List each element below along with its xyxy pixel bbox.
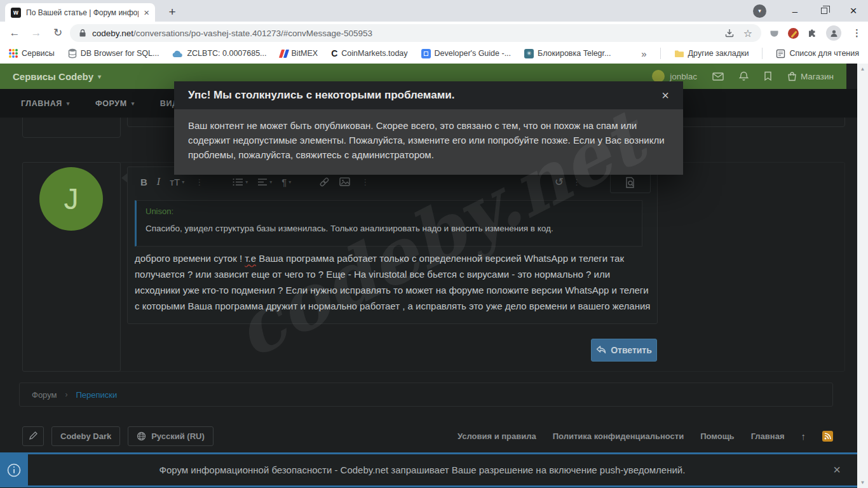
browser-menu-icon[interactable]: ⋮ bbox=[850, 27, 864, 39]
document-preview-icon bbox=[625, 177, 636, 189]
stamp-extension-icon[interactable] bbox=[788, 28, 799, 39]
italic-button[interactable]: I bbox=[157, 176, 160, 187]
forward-button[interactable]: → bbox=[28, 25, 44, 41]
bookmark-icon[interactable] bbox=[764, 71, 772, 81]
bookmark-item[interactable]: ✳ Блокировка Telegr... bbox=[524, 49, 611, 58]
extensions-row: ⋮ bbox=[769, 24, 864, 42]
blue-doc-icon bbox=[421, 49, 431, 58]
user-avatar[interactable]: J bbox=[39, 167, 103, 231]
breadcrumb-forum[interactable]: Форум bbox=[32, 390, 57, 400]
url-bar[interactable]: codeby.net/conversations/po-vashej-state… bbox=[70, 24, 761, 42]
footer-link-home[interactable]: Главная bbox=[751, 431, 785, 441]
chevron-down-icon: ▾ bbox=[98, 73, 101, 80]
error-modal: Упс! Мы столкнулись с некоторыми проблем… bbox=[174, 81, 683, 175]
toolbar-separator-icon: ⋮ bbox=[361, 177, 369, 187]
bookmark-star-icon[interactable]: ☆ bbox=[743, 27, 752, 39]
modal-close-icon[interactable]: × bbox=[661, 88, 669, 103]
envelope-icon[interactable] bbox=[712, 72, 724, 81]
restore-button[interactable] bbox=[810, 0, 839, 22]
new-tab-button[interactable]: + bbox=[164, 4, 180, 20]
close-window-button[interactable]: × bbox=[839, 0, 868, 22]
breadcrumb: Форум › Переписки bbox=[19, 383, 833, 407]
toolbar-separator-icon: ⋮ bbox=[195, 177, 203, 187]
chevron-down-icon: ▾ bbox=[245, 179, 248, 185]
link-icon[interactable] bbox=[319, 177, 330, 187]
reply-button[interactable]: Ответить bbox=[591, 339, 657, 362]
language-button[interactable]: Русский (RU) bbox=[128, 426, 214, 446]
scroll-down-icon[interactable]: ▼ bbox=[860, 480, 865, 485]
push-message: Форум информационной безопасности - Code… bbox=[28, 464, 817, 475]
quote-author[interactable]: Unison: bbox=[146, 207, 633, 216]
nav-item-home[interactable]: ГЛАВНАЯ▾ bbox=[21, 99, 70, 108]
other-bookmarks-button[interactable]: Другие закладки bbox=[674, 49, 749, 58]
list-button[interactable]: ▾ bbox=[233, 178, 248, 186]
nav-item-forum[interactable]: ФОРУМ▾ bbox=[95, 99, 135, 108]
pencil-icon bbox=[29, 431, 37, 440]
cloud-icon bbox=[172, 50, 183, 58]
chevron-down-icon: ▾ bbox=[132, 100, 135, 107]
user-menu[interactable]: jonblac bbox=[652, 70, 697, 83]
push-notification-bar: Форум информационной безопасности - Code… bbox=[0, 452, 857, 487]
modal-title: Упс! Мы столкнулись с некоторыми проблем… bbox=[188, 89, 454, 102]
site-brand-menu[interactable]: Сервисы Codeby▾ bbox=[13, 71, 101, 82]
shield-extension-icon[interactable] bbox=[769, 28, 780, 38]
puzzle-extensions-icon[interactable] bbox=[807, 28, 818, 39]
modal-body-text: Ваш контент не может быть опубликован. С… bbox=[174, 109, 683, 175]
divider bbox=[762, 48, 763, 59]
theme-button[interactable]: Codeby Dark bbox=[51, 426, 120, 446]
chevron-down-icon: ▾ bbox=[67, 100, 70, 107]
divider bbox=[660, 48, 661, 59]
paragraph-format-button[interactable]: ¶▾ bbox=[281, 177, 291, 187]
bookmark-item[interactable]: DB Browser for SQL... bbox=[68, 48, 159, 58]
quote-text: Спасибо, увидел структура базы изменилас… bbox=[146, 224, 633, 233]
window-controls: ▾ – × bbox=[753, 0, 868, 22]
bookmark-item[interactable]: ZCLBTC: 0.0007685... bbox=[172, 49, 266, 58]
page-scrollbar[interactable]: ▲ ▼ bbox=[857, 64, 868, 488]
bookmark-item[interactable]: Developer's Guide -... bbox=[421, 49, 512, 58]
shop-link[interactable]: Магазин bbox=[787, 72, 834, 81]
image-icon[interactable] bbox=[339, 177, 350, 186]
folder-icon bbox=[674, 50, 684, 58]
person-icon bbox=[829, 29, 839, 38]
chevron-right-icon: › bbox=[65, 390, 68, 399]
browser-tab[interactable]: w По Вашей статье | Форум инфор × bbox=[5, 3, 155, 22]
back-button[interactable]: ← bbox=[6, 25, 23, 41]
align-button[interactable]: ▾ bbox=[257, 178, 272, 186]
breadcrumb-conversations[interactable]: Переписки bbox=[76, 390, 118, 400]
preview-button[interactable] bbox=[610, 172, 651, 193]
profile-avatar[interactable] bbox=[826, 25, 841, 41]
tab-close-icon[interactable]: × bbox=[144, 8, 149, 17]
browser-window: w По Вашей статье | Форум инфор × + ▾ – … bbox=[0, 0, 868, 488]
tab-title: По Вашей статье | Форум инфор bbox=[26, 8, 139, 17]
reply-arrow-icon bbox=[596, 346, 606, 355]
shopping-bag-icon bbox=[787, 72, 797, 81]
modal-header: Упс! Мы столкнулись с некоторыми проблем… bbox=[174, 81, 683, 109]
style-chooser-button[interactable] bbox=[22, 426, 44, 446]
download-icon[interactable] bbox=[724, 28, 735, 38]
reading-list-button[interactable]: Список для чтения bbox=[776, 49, 859, 58]
telegram-block-icon: ✳ bbox=[524, 49, 534, 58]
rss-icon[interactable] bbox=[822, 431, 833, 442]
minimize-button[interactable]: – bbox=[780, 0, 810, 22]
footer-link-privacy[interactable]: Политика конфиденциальности bbox=[553, 431, 684, 441]
database-icon bbox=[68, 48, 77, 58]
reload-button[interactable]: ↻ bbox=[50, 25, 66, 41]
push-close-icon[interactable]: × bbox=[817, 463, 857, 477]
undo-button[interactable]: ↺ bbox=[555, 175, 564, 189]
bookmark-item[interactable]: BitMEX bbox=[280, 49, 318, 58]
browser-titlebar: w По Вашей статье | Форум инфор × + ▾ – … bbox=[0, 0, 868, 22]
apps-grid-icon bbox=[9, 49, 18, 58]
profile-badge-icon[interactable]: ▾ bbox=[753, 4, 766, 18]
bookmark-item[interactable]: Сервисы bbox=[9, 49, 55, 58]
footer-link-terms[interactable]: Условия и правила bbox=[458, 431, 536, 441]
avatar bbox=[652, 70, 665, 83]
editor-message-text[interactable]: доброго времени суток ! т.е Ваша програм… bbox=[135, 250, 651, 314]
font-size-button[interactable]: тT▾ bbox=[170, 177, 184, 187]
bookmark-item[interactable]: C CoinMarkets.today bbox=[331, 48, 407, 58]
scroll-top-button[interactable]: ↑ bbox=[801, 431, 806, 442]
bell-icon[interactable] bbox=[739, 71, 749, 81]
footer-link-help[interactable]: Помощь bbox=[700, 431, 734, 441]
bookmarks-overflow-button[interactable]: » bbox=[641, 48, 646, 59]
bold-button[interactable]: B bbox=[140, 177, 147, 187]
scroll-up-icon[interactable]: ▲ bbox=[860, 66, 865, 72]
